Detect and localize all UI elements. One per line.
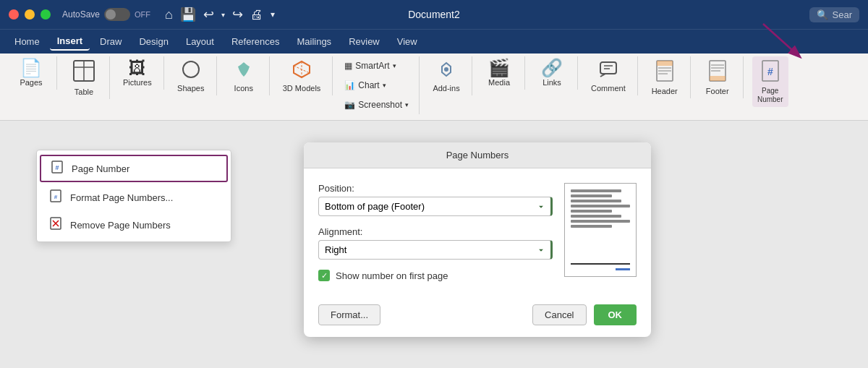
menu-item-layout[interactable]: Layout [179,33,221,50]
show-first-page-checkbox[interactable]: ✓ [318,270,330,281]
media-label: Media [488,78,510,87]
smartart-button[interactable]: ▦ SmartArt ▾ [340,59,413,72]
pages-button[interactable]: 📄 Pages [13,56,49,90]
menu-item-review[interactable]: Review [341,33,387,50]
close-button[interactable] [9,9,19,20]
screenshot-dropdown-icon: ▾ [405,101,409,108]
header-button[interactable]: Header [647,56,683,98]
save-icon[interactable]: 💾 [180,7,196,22]
footer-icon [707,59,728,85]
preview-line-4 [571,205,630,207]
pictures-label: Pictures [123,78,152,87]
main-content: # Page Number # Format Page Numbers... [0,121,868,368]
svg-rect-9 [600,62,616,74]
dropdown-item-remove[interactable]: Remove Page Numbers [37,211,231,239]
ribbon-group-media-small: ▦ SmartArt ▾ 📊 Chart ▾ 📷 Screenshot ▾ [334,56,420,114]
preview-line-5 [571,210,612,213]
position-select[interactable]: Bottom of page (Footer) [318,197,553,216]
menu-bar: Home Insert Draw Design Layout Reference… [0,29,868,54]
autosave-state: OFF [135,10,150,19]
preview-line-7 [571,220,630,223]
page-preview [564,183,637,277]
preview-line-3 [571,200,621,202]
links-button[interactable]: 🔗 Links [534,56,570,90]
ok-button[interactable]: OK [594,304,637,325]
comment-icon [598,59,618,82]
addins-button[interactable]: Add-ins [428,56,464,95]
document-title: Document2 [408,9,460,20]
minimize-button[interactable] [25,9,35,20]
icons-ribbon-icon [234,59,254,82]
ribbon-group-icons: Icons [218,56,270,95]
3dmodels-button[interactable]: 3D Models [278,56,326,95]
smartart-icon: ▦ [344,61,352,71]
undo-dropdown-icon[interactable]: ▾ [221,11,225,19]
ribbon-group-3dmodels: 3D Models [271,56,333,95]
media-button[interactable]: 🎬 Media [481,56,517,90]
icons-button[interactable]: Icons [226,56,262,95]
page-numbers-dialog: Page Numbers Position: Bottom of page (F… [304,142,651,337]
print-icon[interactable]: 🖨 [250,7,263,22]
pagenumber-button[interactable]: # PageNumber [752,56,788,107]
checkbox-label: Show number on first page [336,270,448,281]
menu-item-draw[interactable]: Draw [93,33,129,50]
more-icon[interactable]: ▾ [271,9,275,20]
menu-item-references[interactable]: References [224,33,286,50]
menu-item-home[interactable]: Home [7,33,47,50]
screenshot-button[interactable]: 📷 Screenshot ▾ [340,98,413,111]
dialog-container: Page Numbers Position: Bottom of page (F… [304,142,651,356]
dialog-title: Page Numbers [304,142,651,168]
window-controls [9,9,51,20]
dropdown-item-pagenumber[interactable]: # Page Number [40,155,228,182]
addins-icon [436,59,456,82]
chart-button[interactable]: 📊 Chart ▾ [340,79,413,92]
alignment-select[interactable]: Right [318,240,553,260]
svg-text:#: # [767,66,773,77]
footer-button[interactable]: Footer [699,56,736,98]
format-button[interactable]: Format... [318,304,380,325]
svg-text:#: # [55,164,59,171]
title-bar-icons: ⌂ 💾 ↩ ▾ ↪ 🖨 ▾ [165,7,275,22]
dropdown-item-format[interactable]: # Format Page Numbers... [37,184,231,211]
redo-icon[interactable]: ↪ [232,7,243,22]
comment-button[interactable]: Comment [587,56,630,95]
undo-icon[interactable]: ↩ [203,7,214,22]
pagenumber-dropdown-icon: # [50,161,64,176]
chart-label: Chart [358,80,379,90]
svg-text:#: # [54,194,58,200]
footer-label: Footer [706,87,729,95]
cancel-button[interactable]: Cancel [532,304,586,325]
pagenumber-label: PageNumber [757,87,783,104]
screenshot-label: Screenshot [358,100,402,110]
pictures-button[interactable]: 🖼 Pictures [119,56,156,90]
links-label: Links [542,78,561,87]
shapes-button[interactable]: Shapes [173,56,209,95]
ribbon-group-header: Header [639,56,691,98]
3dmodels-icon [292,59,312,82]
maximize-button[interactable] [41,9,51,20]
table-label: Table [75,87,93,96]
home-icon[interactable]: ⌂ [165,7,173,22]
menu-item-mailings[interactable]: Mailings [289,33,339,50]
menu-item-design[interactable]: Design [132,33,175,50]
smartart-label: SmartArt [355,61,389,71]
preview-line-2 [571,194,612,197]
svg-rect-19 [710,76,726,81]
svg-point-8 [444,67,448,72]
media-icon: 🎬 [488,59,510,77]
autosave-toggle[interactable] [104,8,130,21]
alignment-row: Alignment: Right [318,226,553,260]
svg-point-3 [183,61,199,77]
format-icon: # [48,189,63,205]
addins-label: Add-ins [433,84,459,93]
autosave-knob [106,9,116,20]
menu-item-view[interactable]: View [390,33,425,50]
table-button[interactable]: Table [66,56,102,99]
menu-item-insert[interactable]: Insert [50,33,90,51]
preview-bottom-line [571,263,630,265]
search-area[interactable]: 🔍 Sear [809,7,859,22]
search-label: Sear [833,9,852,20]
position-label: Position: [318,183,553,194]
autosave-area: AutoSave OFF [62,8,150,21]
pagenumber-dropdown-label: Page Number [72,163,129,174]
